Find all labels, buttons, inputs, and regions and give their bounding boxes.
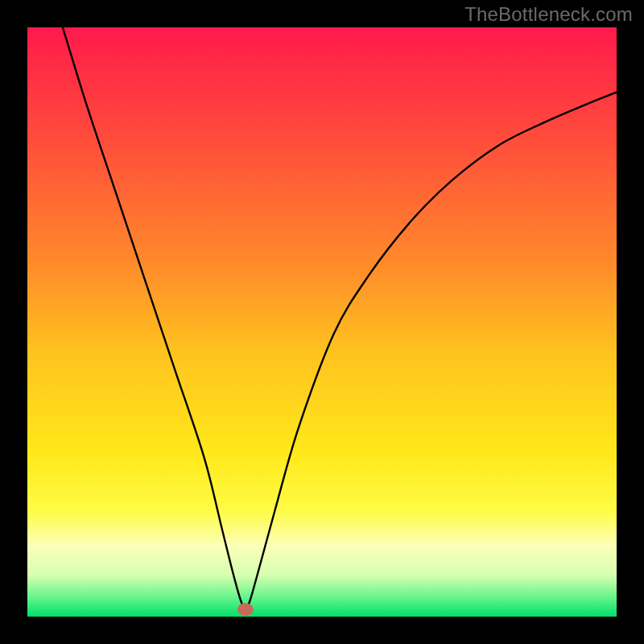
- plot-background: [27, 27, 617, 617]
- chart-frame: { "watermark": "TheBottleneck.com", "cha…: [0, 0, 644, 644]
- optimal-point-marker: [237, 603, 254, 616]
- bottleneck-chart: [0, 0, 644, 644]
- watermark-text: TheBottleneck.com: [464, 3, 633, 26]
